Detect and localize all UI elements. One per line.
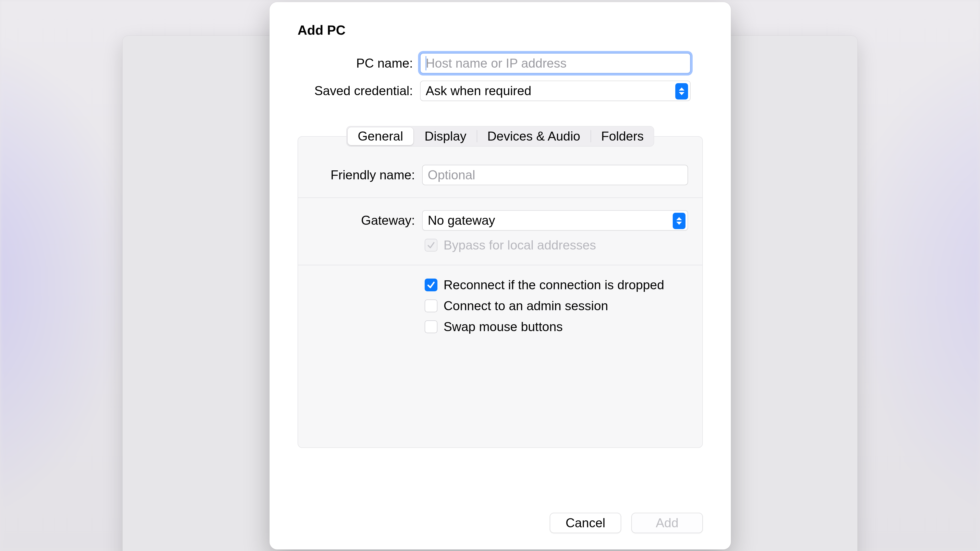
tab-devices-audio[interactable]: Devices & Audio	[477, 126, 590, 146]
bypass-checkbox-row: Bypass for local addresses	[425, 238, 688, 252]
add-pc-dialog: Add PC PC name: Saved credential: Ask wh…	[269, 2, 731, 549]
check-icon	[427, 281, 435, 289]
bypass-label: Bypass for local addresses	[444, 238, 596, 252]
gateway-value: No gateway	[428, 213, 495, 228]
bypass-checkbox	[425, 239, 438, 251]
dialog-title: Add PC	[298, 22, 703, 38]
divider	[298, 265, 702, 265]
friendly-name-input[interactable]	[422, 165, 688, 185]
add-button[interactable]: Add	[632, 513, 703, 533]
check-icon	[427, 241, 435, 249]
cancel-button[interactable]: Cancel	[550, 513, 621, 533]
admin-checkbox[interactable]	[425, 300, 438, 312]
gateway-row: Gateway: No gateway	[312, 210, 688, 230]
pc-name-label: PC name:	[298, 56, 420, 71]
swap-checkbox[interactable]	[425, 321, 438, 333]
saved-credential-row: Saved credential: Ask when required	[298, 81, 703, 101]
updown-icon	[673, 213, 686, 229]
general-panel: Friendly name: Gateway: No gateway Bypas…	[298, 136, 703, 448]
tab-folders[interactable]: Folders	[591, 126, 654, 146]
friendly-name-row: Friendly name:	[312, 165, 688, 185]
admin-checkbox-row: Connect to an admin session	[425, 299, 688, 313]
tab-bar: General Display Devices & Audio Folders	[346, 126, 654, 146]
saved-credential-value: Ask when required	[426, 83, 531, 98]
swap-checkbox-row: Swap mouse buttons	[425, 319, 688, 334]
updown-icon	[675, 83, 688, 100]
tab-general[interactable]: General	[348, 127, 414, 145]
gateway-label: Gateway:	[312, 213, 422, 228]
admin-label: Connect to an admin session	[444, 299, 608, 313]
divider	[298, 197, 702, 198]
text-cursor-icon	[426, 56, 426, 70]
friendly-name-label: Friendly name:	[312, 168, 422, 183]
saved-credential-label: Saved credential:	[298, 83, 420, 98]
gateway-select[interactable]: No gateway	[422, 210, 688, 230]
tab-display[interactable]: Display	[414, 126, 477, 146]
saved-credential-select[interactable]: Ask when required	[420, 81, 690, 101]
reconnect-checkbox-row: Reconnect if the connection is dropped	[425, 278, 688, 292]
reconnect-checkbox[interactable]	[425, 279, 438, 291]
pc-name-row: PC name:	[298, 53, 703, 73]
swap-label: Swap mouse buttons	[444, 319, 563, 334]
pc-name-input[interactable]	[420, 53, 690, 73]
dialog-footer: Cancel Add	[550, 513, 703, 533]
reconnect-label: Reconnect if the connection is dropped	[444, 278, 664, 292]
